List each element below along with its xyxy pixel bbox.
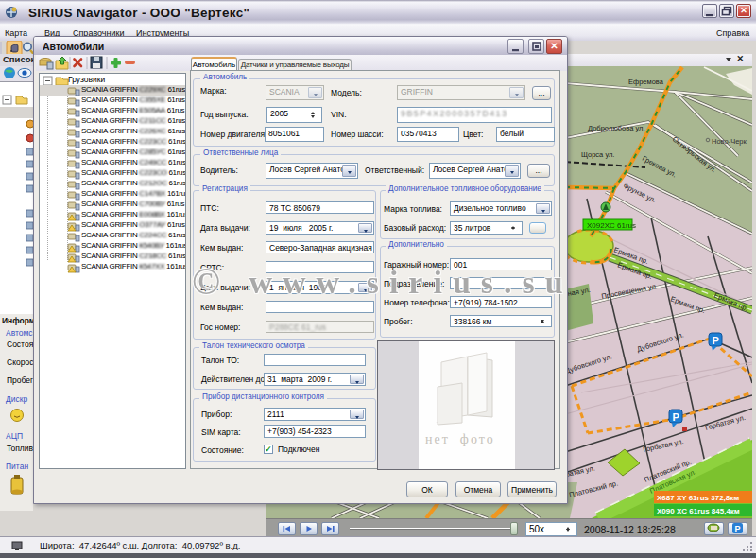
- svg-text:Ново-Черк: Ново-Черк: [712, 137, 747, 146]
- svg-text:Добролюбова ул.: Добролюбова ул.: [588, 124, 644, 132]
- svg-text:Щорса ул.: Щорса ул.: [581, 150, 614, 159]
- svg-text:P: P: [735, 524, 741, 533]
- svg-text:X687 XY 61rus 372,8км: X687 XY 61rus 372,8км: [657, 494, 739, 502]
- svg-text:P: P: [713, 335, 719, 346]
- svg-text:P: P: [673, 411, 679, 423]
- svg-text:Ефремова: Ефремова: [628, 78, 664, 86]
- svg-text:X090 XC 61rus 845,4км: X090 XC 61rus 845,4км: [657, 507, 740, 515]
- svg-text:X092XC 61rus: X092XC 61rus: [587, 221, 636, 230]
